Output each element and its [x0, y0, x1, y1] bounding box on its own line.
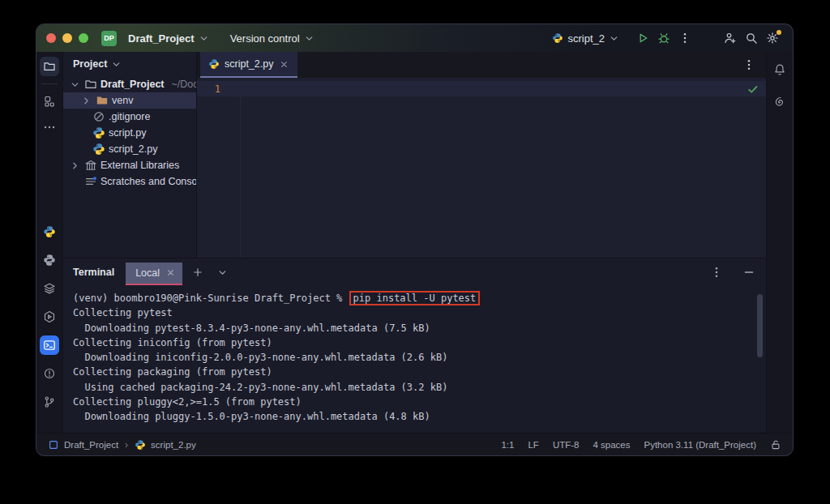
python-file-icon	[208, 58, 220, 70]
tree-item-scratches[interactable]: Scratches and Consoles	[63, 173, 196, 190]
folder-icon	[43, 60, 56, 73]
project-panel-header[interactable]: Project	[63, 52, 196, 76]
more-run-options-button[interactable]	[674, 28, 695, 49]
folder-icon	[84, 78, 97, 91]
python-icon	[552, 32, 563, 44]
minimize-icon	[742, 266, 755, 279]
python-icon	[43, 225, 56, 238]
terminal-output-line: Downloading pluggy-1.5.0-py3-none-any.wh…	[73, 409, 766, 424]
tree-item-label: Scratches and Consoles	[101, 176, 196, 187]
tree-item-script-py[interactable]: script.py	[63, 125, 196, 141]
close-tab-button[interactable]	[278, 58, 289, 70]
run-configuration-name: script_2	[567, 32, 605, 45]
new-terminal-tab-button[interactable]	[189, 263, 207, 281]
terminal-toolwindow-button[interactable]	[40, 335, 59, 355]
file-encoding[interactable]: UTF-8	[553, 440, 580, 450]
python-console-button[interactable]	[40, 222, 59, 241]
project-tree: Draft_Project ~/Docume venv .gitignore	[63, 76, 196, 190]
unlocked-padlock-icon[interactable]	[770, 439, 781, 451]
ide-window: DP Draft_Project Version control script_…	[36, 24, 793, 455]
ai-assistant-button[interactable]	[770, 92, 789, 112]
breadcrumb-project[interactable]: Draft_Project	[64, 440, 118, 450]
chevron-down-icon	[217, 267, 228, 278]
tree-item-label: Draft_Project	[101, 79, 165, 90]
notifications-button[interactable]	[770, 60, 789, 79]
python-interpreter[interactable]: Python 3.11 (Draft_Project)	[644, 440, 757, 450]
run-configuration-selector[interactable]: script_2	[552, 32, 619, 45]
settings-notification-dot	[777, 30, 781, 35]
line-number: 1	[197, 83, 240, 95]
indent-style[interactable]: 4 spaces	[593, 440, 630, 450]
chevron-down-icon	[199, 33, 209, 44]
terminal-output-line: Using cached packaging-24.2-py3-none-any…	[73, 380, 766, 395]
python-file-icon	[92, 143, 105, 156]
tree-item-external-libraries[interactable]: External Libraries	[63, 157, 196, 173]
kebab-icon	[710, 266, 723, 279]
close-terminal-tab-button[interactable]	[165, 267, 176, 279]
editor-tab-label: script_2.py	[225, 58, 273, 70]
terminal-panel: Terminal Local	[63, 258, 766, 433]
terminal-output[interactable]: (venv) boombro190@Pink-Sunrise Draft_Pro…	[63, 286, 766, 433]
strip-divider	[41, 83, 58, 84]
line-separator[interactable]: LF	[528, 440, 538, 450]
add-user-icon	[724, 32, 737, 45]
chevron-down-icon	[111, 59, 122, 70]
terminal-tab-local[interactable]: Local	[126, 263, 182, 285]
search-everywhere-button[interactable]	[741, 28, 762, 49]
terminal-tab-dropdown-button[interactable]	[213, 263, 231, 281]
project-badge: DP	[101, 31, 117, 46]
terminal-scrollbar[interactable]	[757, 294, 763, 357]
terminal-options-button[interactable]	[708, 263, 725, 281]
version-control-label: Version control	[230, 32, 300, 45]
terminal-prompt-line: (venv) boombro190@Pink-Sunrise Draft_Pro…	[73, 291, 766, 305]
services-button[interactable]	[40, 307, 59, 327]
editor-tab-script2[interactable]: script_2.py	[200, 52, 297, 78]
tree-item-script2-py[interactable]: script_2.py	[63, 141, 196, 157]
tree-item-gitignore[interactable]: .gitignore	[63, 109, 196, 125]
python-packages-button[interactable]	[40, 250, 59, 270]
services-layers-button[interactable]	[40, 279, 59, 298]
problems-toolwindow-button[interactable]	[40, 364, 59, 383]
plus-icon	[192, 267, 203, 278]
minimize-window-button[interactable]	[62, 33, 72, 43]
terminal-output-line: Collecting pluggy<2,>=1.5 (from pytest)	[73, 395, 766, 409]
kebab-icon	[742, 58, 755, 71]
structure-toolwindow-button[interactable]	[40, 92, 59, 111]
code-editor[interactable]: 1	[197, 78, 766, 258]
debug-button[interactable]	[653, 28, 674, 49]
settings-button[interactable]	[762, 28, 783, 49]
search-icon	[745, 32, 758, 45]
cursor-position[interactable]: 1:1	[501, 440, 514, 450]
ignored-file-icon	[92, 110, 105, 123]
terminal-panel-title: Terminal	[73, 267, 114, 278]
current-line: 1	[197, 81, 766, 96]
code-with-me-button[interactable]	[720, 28, 741, 49]
bell-icon	[773, 63, 786, 76]
breadcrumb-file[interactable]: script_2.py	[151, 440, 196, 450]
tree-item-venv[interactable]: venv	[63, 92, 196, 109]
editor-options-button[interactable]	[742, 58, 756, 72]
inspection-ok-check-icon[interactable]	[747, 83, 759, 96]
project-menu[interactable]: Draft_Project	[123, 29, 214, 48]
zoom-window-button[interactable]	[79, 33, 88, 43]
version-control-menu[interactable]: Version control	[225, 29, 319, 48]
terminal-prompt: (venv) boombro190@Pink-Sunrise Draft_Pro…	[73, 293, 349, 304]
tree-item-path: ~/Docume	[172, 79, 197, 90]
more-dots-icon	[43, 121, 56, 134]
chevron-down-icon	[304, 33, 314, 44]
run-button[interactable]	[632, 28, 653, 49]
python-file-icon	[92, 126, 105, 139]
breadcrumb-separator: ›	[123, 439, 130, 451]
more-toolwindows-button[interactable]	[40, 117, 59, 137]
breadcrumb: Draft_Project › script_2.py	[48, 439, 196, 451]
tree-item-project-root[interactable]: Draft_Project ~/Docume	[63, 76, 196, 92]
hide-terminal-button[interactable]	[740, 263, 758, 281]
tree-item-label: External Libraries	[101, 160, 179, 171]
git-toolwindow-button[interactable]	[40, 392, 59, 412]
close-window-button[interactable]	[46, 33, 56, 43]
folder-icon	[96, 94, 109, 107]
terminal-output-line: Downloading iniconfig-2.0.0-py3-none-any…	[73, 350, 766, 365]
exclamation-circle-icon	[43, 367, 56, 380]
layers-icon	[43, 282, 56, 295]
project-toolwindow-button[interactable]	[40, 57, 59, 76]
